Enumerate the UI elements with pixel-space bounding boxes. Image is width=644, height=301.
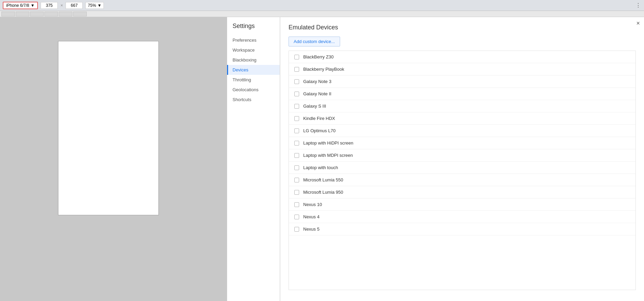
settings-nav-item-throttling[interactable]: Throttling xyxy=(227,75,280,85)
device-list-item[interactable]: Nexus 4 xyxy=(289,211,635,223)
device-checkbox[interactable] xyxy=(294,55,299,59)
device-name-label: Nexus 4 xyxy=(303,214,320,219)
device-list-item[interactable]: LG Optimus L70 xyxy=(289,125,635,137)
settings-nav: PreferencesWorkspaceBlackboxingDevicesTh… xyxy=(227,35,280,105)
device-list-item[interactable]: BlackBerry Z30 xyxy=(289,51,635,63)
device-list-inner: BlackBerry Z30Blackberry PlayBookGalaxy … xyxy=(289,51,635,235)
device-checkbox[interactable] xyxy=(294,215,299,219)
device-checkbox[interactable] xyxy=(294,104,299,109)
settings-content: Emulated Devices Add custom device... Bl… xyxy=(280,17,644,301)
device-selector[interactable]: iPhone 6/7/8 ▼ xyxy=(3,2,38,9)
device-name-label: BlackBerry Z30 xyxy=(303,54,334,59)
device-checkbox[interactable] xyxy=(294,67,299,72)
device-checkbox[interactable] xyxy=(294,92,299,96)
dimension-separator: × xyxy=(60,3,63,8)
viewport-height-input[interactable] xyxy=(66,2,83,9)
zoom-label: 75% xyxy=(88,3,96,8)
device-list: BlackBerry Z30Blackberry PlayBookGalaxy … xyxy=(289,51,636,290)
device-name-label: Laptop with touch xyxy=(303,165,338,170)
device-checkbox[interactable] xyxy=(294,153,299,158)
device-name-label: Kindle Fire HDX xyxy=(303,116,335,121)
device-name-label: Blackberry PlayBook xyxy=(303,67,344,72)
zoom-selector[interactable]: 75% ▼ xyxy=(85,2,104,9)
device-list-item[interactable]: Laptop with HiDPI screen xyxy=(289,137,635,149)
device-list-item[interactable]: Laptop with touch xyxy=(289,162,635,174)
device-name-label: Galaxy Note II xyxy=(303,91,331,96)
device-name-label: Galaxy Note 3 xyxy=(303,79,331,84)
settings-title: Settings xyxy=(227,23,280,35)
device-checkbox[interactable] xyxy=(294,116,299,121)
device-name-label: Microsoft Lumia 950 xyxy=(303,190,343,195)
device-checkbox[interactable] xyxy=(294,178,299,182)
device-dropdown-arrow: ▼ xyxy=(30,3,34,8)
device-list-item[interactable]: Nexus 5 xyxy=(289,223,635,235)
ruler-cell xyxy=(59,12,72,16)
ruler-cell xyxy=(44,12,58,16)
device-list-item[interactable]: Galaxy Note II xyxy=(289,88,635,100)
device-checkbox[interactable] xyxy=(294,202,299,207)
device-checkbox[interactable] xyxy=(294,79,299,84)
device-checkbox[interactable] xyxy=(294,165,299,170)
emulated-viewport xyxy=(58,41,159,215)
device-list-item[interactable]: Microsoft Lumia 950 xyxy=(289,186,635,199)
settings-content-title: Emulated Devices xyxy=(289,24,636,31)
device-name-label: Laptop with HiDPI screen xyxy=(303,140,353,146)
settings-nav-item-shortcuts[interactable]: Shortcuts xyxy=(227,95,280,105)
ruler-cell xyxy=(30,12,44,16)
device-list-item[interactable]: Nexus 10 xyxy=(289,199,635,211)
device-name-label: Laptop with MDPI screen xyxy=(303,153,353,158)
settings-nav-item-workspace[interactable]: Workspace xyxy=(227,45,280,55)
device-name-label: Nexus 10 xyxy=(303,202,322,207)
device-checkbox[interactable] xyxy=(294,227,299,232)
viewport-width-input[interactable] xyxy=(41,2,58,9)
device-list-item[interactable]: Microsoft Lumia 550 xyxy=(289,174,635,186)
settings-sidebar: Settings PreferencesWorkspaceBlackboxing… xyxy=(227,17,280,301)
device-name-label: Nexus 5 xyxy=(303,227,320,232)
device-selector-label: iPhone 6/7/8 xyxy=(6,3,29,8)
close-button[interactable]: × xyxy=(636,20,640,27)
add-custom-device-button[interactable]: Add custom device... xyxy=(289,37,340,46)
settings-nav-item-preferences[interactable]: Preferences xyxy=(227,35,280,45)
device-list-item[interactable]: Blackberry PlayBook xyxy=(289,63,635,76)
top-bar: iPhone 6/7/8 ▼ × 75% ▼ ⋮ xyxy=(0,0,644,11)
more-options-icon[interactable]: ⋮ xyxy=(635,2,641,9)
device-name-label: LG Optimus L70 xyxy=(303,128,336,133)
settings-panel: × Settings PreferencesWorkspaceBlackboxi… xyxy=(227,17,644,301)
device-name-label: Galaxy S III xyxy=(303,104,326,109)
main-area: × Settings PreferencesWorkspaceBlackboxi… xyxy=(0,17,644,301)
ruler-cell xyxy=(1,12,15,16)
device-checkbox[interactable] xyxy=(294,141,299,146)
settings-nav-item-geolocations[interactable]: Geolocations xyxy=(227,85,280,95)
device-list-item[interactable]: Kindle Fire HDX xyxy=(289,112,635,125)
device-list-item[interactable]: Galaxy S III xyxy=(289,100,635,112)
device-checkbox[interactable] xyxy=(294,190,299,195)
zoom-arrow: ▼ xyxy=(97,3,101,8)
device-name-label: Microsoft Lumia 550 xyxy=(303,177,343,182)
device-list-item[interactable]: Laptop with MDPI screen xyxy=(289,149,635,162)
device-checkbox[interactable] xyxy=(294,128,299,133)
device-list-item[interactable]: Galaxy Note 3 xyxy=(289,76,635,88)
ruler-row xyxy=(0,11,644,17)
settings-nav-item-devices[interactable]: Devices xyxy=(227,65,280,75)
ruler-cell xyxy=(73,12,87,16)
left-panel xyxy=(0,17,227,301)
ruler-cell xyxy=(16,12,29,16)
settings-nav-item-blackboxing[interactable]: Blackboxing xyxy=(227,55,280,65)
